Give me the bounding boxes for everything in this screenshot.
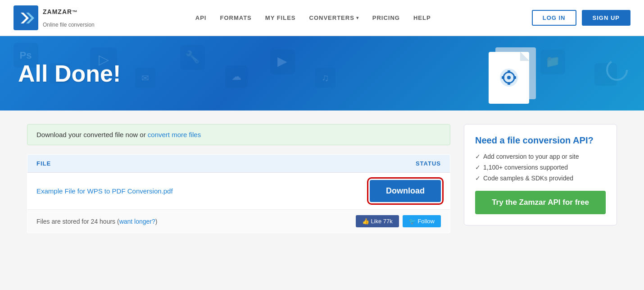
auth-buttons: LOG IN SIGN UP [532, 10, 630, 26]
svg-text:🔧: 🔧 [185, 50, 200, 64]
col-header-status: STATUS [351, 160, 441, 167]
logo-tagline: Online file conversion [43, 22, 95, 28]
svg-marker-0 [21, 13, 29, 23]
login-button[interactable]: LOG IN [532, 10, 576, 26]
header: ZAMZAR™ Online file conversion API FORMA… [0, 0, 644, 36]
table-row: Example File for WPS to PDF Conversion.p… [27, 173, 450, 209]
checkmark-icon-1: ✓ [475, 153, 481, 160]
api-feature-2: ✓ 1,100+ conversions supported [475, 164, 606, 171]
info-banner: Download your converted file now or conv… [27, 124, 450, 145]
svg-point-26 [507, 76, 511, 79]
logo-icon [14, 5, 38, 30]
nav-my-files[interactable]: MY FILES [265, 14, 296, 21]
like-button[interactable]: 👍 Like 77k [356, 215, 399, 227]
filename-cell: Example File for WPS to PDF Conversion.p… [36, 187, 351, 195]
logo-name: ZAMZAR™ [43, 8, 95, 22]
col-header-file: FILE [36, 160, 351, 167]
checkmark-icon-2: ✓ [475, 164, 481, 171]
convert-more-link[interactable]: convert more files [148, 131, 201, 138]
svg-text:Ps: Ps [20, 50, 32, 61]
want-longer-link[interactable]: want longer? [119, 218, 155, 225]
left-panel: Download your converted file now or conv… [27, 124, 450, 233]
follow-button[interactable]: 🐦 Follow [403, 215, 441, 227]
action-cell: Download [351, 180, 441, 202]
download-button[interactable]: Download [370, 180, 441, 202]
svg-rect-30 [513, 76, 516, 79]
svg-rect-28 [508, 82, 510, 85]
svg-rect-29 [502, 76, 504, 79]
api-feature-1: ✓ Add conversion to your app or site [475, 153, 606, 160]
hero-file-icon [482, 45, 554, 110]
svg-text:✉: ✉ [141, 73, 149, 83]
hero-headline: All Done! [18, 60, 121, 87]
api-feature-3: ✓ Code samples & SDKs provided [475, 175, 606, 182]
nav-formats[interactable]: FORMATS [220, 14, 251, 21]
api-features-list: ✓ Add conversion to your app or site ✓ 1… [475, 153, 606, 182]
svg-rect-27 [508, 70, 510, 73]
file-table: FILE STATUS Example File for WPS to PDF … [27, 154, 450, 233]
svg-text:▶: ▶ [277, 54, 287, 68]
footer-text: Files are stored for 24 hours (want long… [36, 218, 157, 225]
logo-area: ZAMZAR™ Online file conversion [14, 5, 95, 30]
hero-banner: Ps ♪ ▷ ✉ 🔧 ☁ ▶ ♫ 📁 [0, 36, 644, 110]
svg-text:♫: ♫ [322, 72, 329, 83]
table-footer: Files are stored for 24 hours (want long… [27, 209, 450, 233]
main-content: Download your converted file now or conv… [14, 124, 630, 233]
main-nav: API FORMATS MY FILES CONVERTERS ▾ PRICIN… [195, 14, 431, 21]
nav-pricing[interactable]: PRICING [372, 14, 400, 21]
converters-chevron-icon: ▾ [356, 15, 359, 20]
checkmark-icon-3: ✓ [475, 175, 481, 182]
social-buttons: 👍 Like 77k 🐦 Follow [356, 215, 441, 227]
svg-text:☁: ☁ [231, 71, 241, 82]
api-panel: Need a file conversion API? ✓ Add conver… [464, 124, 617, 226]
try-api-button[interactable]: Try the Zamzar API for free [475, 191, 606, 214]
nav-api[interactable]: API [195, 14, 207, 21]
nav-help[interactable]: HELP [413, 14, 431, 21]
logo-text: ZAMZAR™ Online file conversion [43, 8, 95, 28]
nav-converters[interactable]: CONVERTERS ▾ [309, 14, 359, 21]
logo-tm: ™ [72, 9, 78, 15]
api-panel-title: Need a file conversion API? [475, 135, 606, 146]
signup-button[interactable]: SIGN UP [582, 10, 630, 26]
svg-rect-20 [594, 63, 617, 86]
